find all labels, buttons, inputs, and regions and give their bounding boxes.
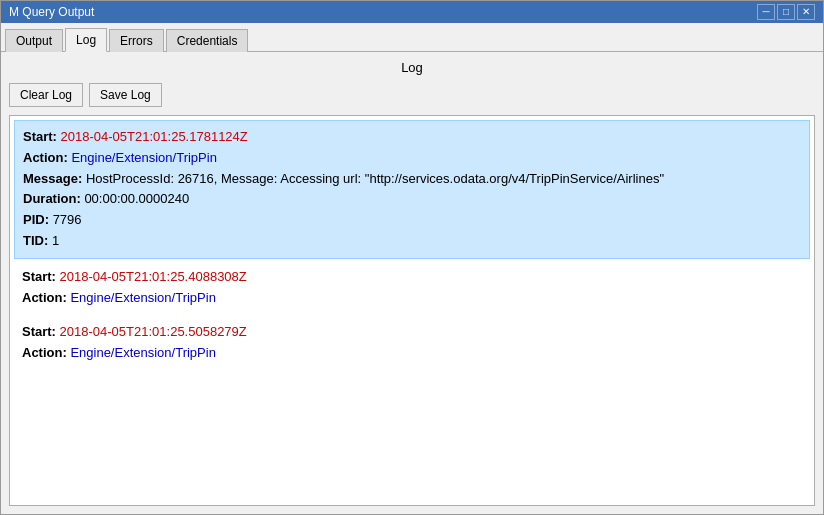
page-title: Log bbox=[9, 60, 815, 75]
log-entry: Start: 2018-04-05T21:01:25.4088308Z Acti… bbox=[14, 261, 810, 315]
start-label: Start: bbox=[22, 324, 60, 339]
pid-label: PID: bbox=[23, 212, 53, 227]
content-area: Log Clear Log Save Log Start: 2018-04-05… bbox=[1, 52, 823, 514]
title-bar: M Query Output ─ □ ✕ bbox=[1, 1, 823, 23]
action-value: Engine/Extension/TripPin bbox=[71, 150, 217, 165]
action-label: Action: bbox=[22, 345, 70, 360]
duration-label: Duration: bbox=[23, 191, 84, 206]
tab-bar: Output Log Errors Credentials bbox=[1, 23, 823, 52]
action-value: Engine/Extension/TripPin bbox=[70, 345, 216, 360]
log-row: Start: 2018-04-05T21:01:25.4088308Z bbox=[22, 267, 802, 288]
log-row: TID: 1 bbox=[23, 231, 801, 252]
start-value: 2018-04-05T21:01:25.4088308Z bbox=[60, 269, 247, 284]
tid-value: 1 bbox=[52, 233, 59, 248]
pid-value: 7796 bbox=[53, 212, 82, 227]
save-log-button[interactable]: Save Log bbox=[89, 83, 162, 107]
window-controls: ─ □ ✕ bbox=[757, 4, 815, 20]
log-row: Duration: 00:00:00.0000240 bbox=[23, 189, 801, 210]
window-title: M Query Output bbox=[9, 5, 94, 19]
log-container[interactable]: Start: 2018-04-05T21:01:25.1781124Z Acti… bbox=[9, 115, 815, 506]
log-row: Start: 2018-04-05T21:01:25.1781124Z bbox=[23, 127, 801, 148]
log-row: Action: Engine/Extension/TripPin bbox=[23, 148, 801, 169]
log-row: Message: HostProcessId: 26716, Message: … bbox=[23, 169, 801, 190]
message-value: HostProcessId: 26716, Message: Accessing… bbox=[86, 171, 664, 186]
tid-label: TID: bbox=[23, 233, 52, 248]
log-row: Action: Engine/Extension/TripPin bbox=[22, 343, 802, 364]
main-window: M Query Output ─ □ ✕ Output Log Errors C… bbox=[0, 0, 824, 515]
clear-log-button[interactable]: Clear Log bbox=[9, 83, 83, 107]
start-label: Start: bbox=[23, 129, 61, 144]
log-entry: Start: 2018-04-05T21:01:25.5058279Z Acti… bbox=[14, 316, 810, 370]
maximize-button[interactable]: □ bbox=[777, 4, 795, 20]
duration-value: 00:00:00.0000240 bbox=[84, 191, 189, 206]
start-value: 2018-04-05T21:01:25.1781124Z bbox=[61, 129, 248, 144]
action-label: Action: bbox=[23, 150, 71, 165]
log-row: Action: Engine/Extension/TripPin bbox=[22, 288, 802, 309]
action-value: Engine/Extension/TripPin bbox=[70, 290, 216, 305]
tab-output[interactable]: Output bbox=[5, 29, 63, 52]
log-entry: Start: 2018-04-05T21:01:25.1781124Z Acti… bbox=[14, 120, 810, 259]
tab-errors[interactable]: Errors bbox=[109, 29, 164, 52]
log-row: PID: 7796 bbox=[23, 210, 801, 231]
action-label: Action: bbox=[22, 290, 70, 305]
log-row: Start: 2018-04-05T21:01:25.5058279Z bbox=[22, 322, 802, 343]
start-value: 2018-04-05T21:01:25.5058279Z bbox=[60, 324, 247, 339]
minimize-button[interactable]: ─ bbox=[757, 4, 775, 20]
message-label: Message: bbox=[23, 171, 86, 186]
close-button[interactable]: ✕ bbox=[797, 4, 815, 20]
start-label: Start: bbox=[22, 269, 60, 284]
tab-credentials[interactable]: Credentials bbox=[166, 29, 249, 52]
tab-log[interactable]: Log bbox=[65, 28, 107, 52]
toolbar: Clear Log Save Log bbox=[9, 83, 815, 107]
